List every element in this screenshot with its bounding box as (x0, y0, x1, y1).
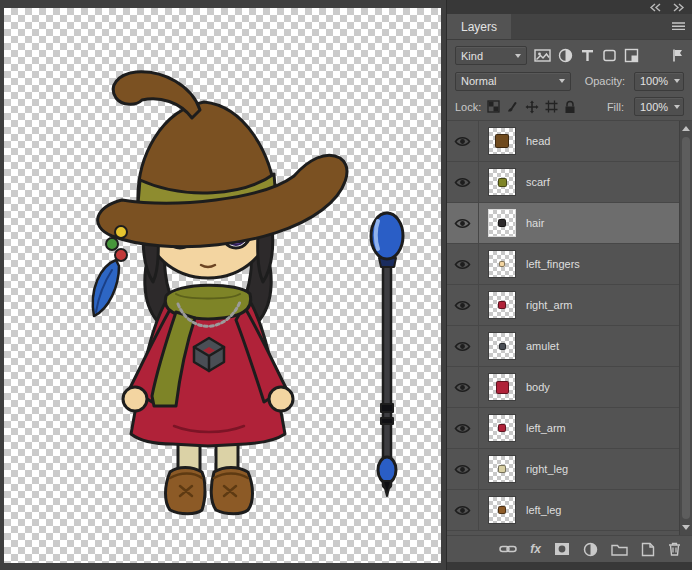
fill-label: Fill: (607, 101, 624, 113)
layer-thumbnail[interactable] (488, 250, 516, 278)
scroll-up-icon[interactable] (682, 126, 690, 131)
chevron-down-icon (674, 105, 680, 109)
new-group-icon[interactable] (611, 543, 628, 556)
lock-artboard-nesting-icon[interactable] (545, 100, 558, 113)
layer-visibility-toggle[interactable] (447, 490, 479, 530)
layer-row[interactable]: body (447, 367, 679, 408)
blend-mode-value: Normal (461, 75, 496, 87)
blend-mode-row: Normal Opacity: 100% (447, 68, 692, 94)
eye-icon (454, 381, 471, 394)
layer-name: head (526, 135, 550, 147)
panel-footer-strip (447, 562, 692, 570)
layer-thumbnail[interactable] (488, 209, 516, 237)
panel-menu-icon[interactable] (671, 21, 686, 32)
eye-icon (454, 258, 471, 271)
chevron-down-icon (559, 79, 565, 83)
lock-all-icon[interactable] (564, 100, 576, 114)
new-layer-icon[interactable] (641, 542, 655, 557)
shape-layer-filter-icon[interactable] (602, 48, 617, 63)
layer-name: right_arm (526, 299, 572, 311)
new-adjustment-layer-icon[interactable] (583, 542, 598, 557)
add-layer-mask-icon[interactable] (554, 542, 570, 556)
lock-label: Lock: (455, 101, 481, 113)
layer-row[interactable]: left_leg (447, 490, 679, 531)
panel-tab-bar: Layers (447, 14, 692, 40)
layer-name: scarf (526, 176, 550, 188)
layer-thumbnail[interactable] (488, 496, 516, 524)
smart-object-filter-icon[interactable] (624, 48, 639, 63)
transparency-checkerboard (4, 8, 441, 563)
opacity-value: 100% (640, 75, 668, 87)
adjustment-layer-filter-icon[interactable] (558, 48, 573, 63)
layer-row[interactable]: right_leg (447, 449, 679, 490)
chevron-down-icon (515, 54, 521, 58)
layer-row[interactable]: hair (447, 203, 679, 244)
panel-dock-header (447, 0, 692, 14)
delete-layer-icon[interactable] (668, 542, 681, 556)
layer-name: left_leg (526, 504, 561, 516)
layer-name: left_fingers (526, 258, 580, 270)
eye-icon (454, 504, 471, 517)
layer-thumbnail-content (499, 343, 506, 350)
layer-thumbnail[interactable] (488, 414, 516, 442)
layer-row[interactable]: left_arm (447, 408, 679, 449)
canvas-area[interactable] (0, 0, 446, 570)
blend-mode-dropdown[interactable]: Normal (455, 72, 571, 91)
layer-name: body (526, 381, 550, 393)
layer-visibility-toggle[interactable] (447, 244, 479, 284)
scroll-thumb[interactable] (682, 137, 690, 519)
scroll-down-icon[interactable] (682, 525, 690, 530)
lock-transparent-pixels-icon[interactable] (487, 100, 500, 113)
layer-name: left_arm (526, 422, 566, 434)
layer-row[interactable]: left_fingers (447, 244, 679, 285)
lock-image-pixels-icon[interactable] (506, 100, 519, 113)
eye-icon (454, 340, 471, 353)
layer-thumbnail[interactable] (488, 127, 516, 155)
expand-panels-icon[interactable] (673, 3, 685, 12)
layer-thumbnail-content (498, 219, 506, 227)
layer-style-button[interactable]: fx (530, 542, 541, 556)
layer-visibility-toggle[interactable] (447, 449, 479, 489)
layer-thumbnail[interactable] (488, 373, 516, 401)
layer-visibility-toggle[interactable] (447, 203, 479, 243)
tab-layers-label: Layers (461, 20, 497, 34)
layer-visibility-toggle[interactable] (447, 121, 479, 161)
layer-thumbnail[interactable] (488, 168, 516, 196)
opacity-label: Opacity: (585, 75, 625, 87)
layer-filtering-toggle-icon[interactable] (672, 48, 684, 63)
layer-thumbnail[interactable] (488, 291, 516, 319)
layer-row[interactable]: amulet (447, 326, 679, 367)
layer-visibility-toggle[interactable] (447, 285, 479, 325)
collapse-panels-icon[interactable] (649, 3, 661, 12)
layer-row[interactable]: head (447, 121, 679, 162)
layers-list: head scarf hair (447, 120, 692, 535)
layer-visibility-toggle[interactable] (447, 326, 479, 366)
opacity-dropdown[interactable]: 100% (634, 72, 684, 91)
eye-icon (454, 463, 471, 476)
layer-thumbnail[interactable] (488, 455, 516, 483)
layer-row[interactable]: right_arm (447, 285, 679, 326)
link-layers-icon[interactable] (499, 543, 517, 555)
layer-visibility-toggle[interactable] (447, 408, 479, 448)
layer-row[interactable]: scarf (447, 162, 679, 203)
lock-row: Lock: Fill: 100% (447, 94, 692, 120)
layers-scrollbar[interactable] (679, 121, 692, 535)
lock-position-icon[interactable] (525, 100, 539, 114)
chevron-down-icon (674, 79, 680, 83)
tab-layers[interactable]: Layers (447, 14, 511, 39)
type-layer-filter-icon[interactable] (580, 48, 595, 63)
filter-kind-dropdown[interactable]: Kind (455, 46, 527, 65)
fill-dropdown[interactable]: 100% (634, 97, 684, 116)
pixel-layer-filter-icon[interactable] (534, 48, 551, 63)
layer-visibility-toggle[interactable] (447, 162, 479, 202)
canvas-artwork (4, 8, 441, 563)
layer-name: amulet (526, 340, 559, 352)
eye-icon (454, 422, 471, 435)
layer-filter-row: Kind (447, 40, 692, 68)
layer-name: right_leg (526, 463, 568, 475)
layer-thumbnail-content (498, 424, 506, 432)
staff-art (371, 213, 403, 496)
layer-visibility-toggle[interactable] (447, 367, 479, 407)
layer-thumbnail[interactable] (488, 332, 516, 360)
eye-icon (454, 299, 471, 312)
